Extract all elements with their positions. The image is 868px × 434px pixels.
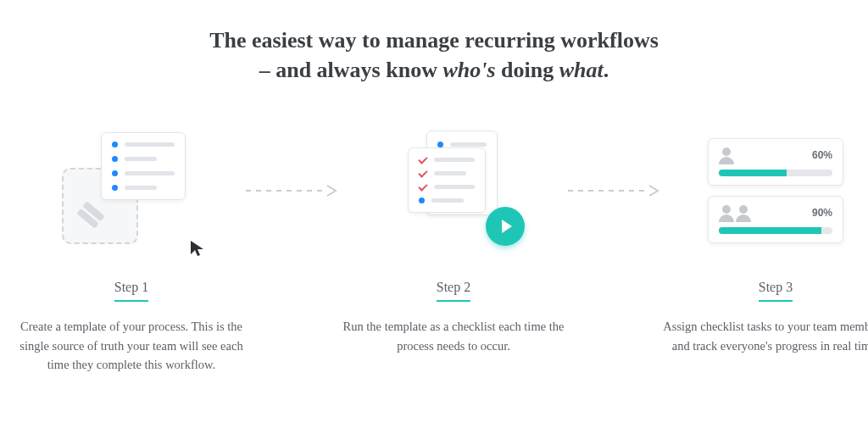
progress-card-2: 90%: [708, 196, 843, 243]
dashed-arrow-icon: [568, 184, 661, 198]
template-card-icon: [101, 132, 186, 200]
dashed-arrow-icon: [246, 184, 339, 198]
avatar-icon: [719, 147, 734, 163]
progress-2-percent: 90%: [812, 207, 832, 219]
steps-row: Step 1 Create a template of your process…: [8, 127, 860, 374]
step-3-label: Step 3: [759, 280, 793, 302]
avatar-icon: [719, 205, 734, 220]
progress-card-1: 60%: [708, 138, 843, 186]
step-1-illustration: [55, 127, 208, 254]
progress-bar-icon: [719, 227, 832, 234]
step-3: 60% 90% Step 3 Assign checklist: [661, 127, 868, 355]
step-2: Step 2 Run the template as a checklist e…: [339, 127, 568, 355]
step-3-illustration: 60% 90%: [699, 127, 852, 254]
avatar-icon: [736, 205, 751, 220]
headline-em-what: what: [559, 58, 604, 82]
headline-em-who: who's: [442, 58, 495, 82]
progress-bar-icon: [719, 170, 832, 176]
progress-1-fill: [719, 170, 787, 176]
headline: The easiest way to manage recurring work…: [8, 25, 860, 85]
progress-1-percent: 60%: [812, 149, 832, 161]
headline-line1: The easiest way to manage recurring work…: [209, 28, 659, 53]
headline-line2-mid: doing: [496, 58, 559, 82]
step-3-description: Assign checklist tasks to your team memb…: [661, 317, 868, 355]
step-1-label: Step 1: [114, 280, 148, 302]
step-2-illustration: [377, 127, 530, 254]
progress-2-fill: [719, 227, 821, 234]
arrow-2: [568, 127, 661, 254]
step-1-description: Create a template of your process. This …: [17, 317, 246, 374]
headline-line2-suffix: .: [604, 58, 609, 82]
step-2-label: Step 2: [437, 280, 470, 302]
step-1: Step 1 Create a template of your process…: [17, 127, 246, 374]
checklist-front-card-icon: [408, 147, 486, 213]
arrow-1: [246, 127, 339, 254]
step-2-description: Run the template as a checklist each tim…: [339, 317, 568, 355]
play-icon: [486, 207, 525, 246]
headline-line2-prefix: – and always know: [259, 58, 443, 82]
